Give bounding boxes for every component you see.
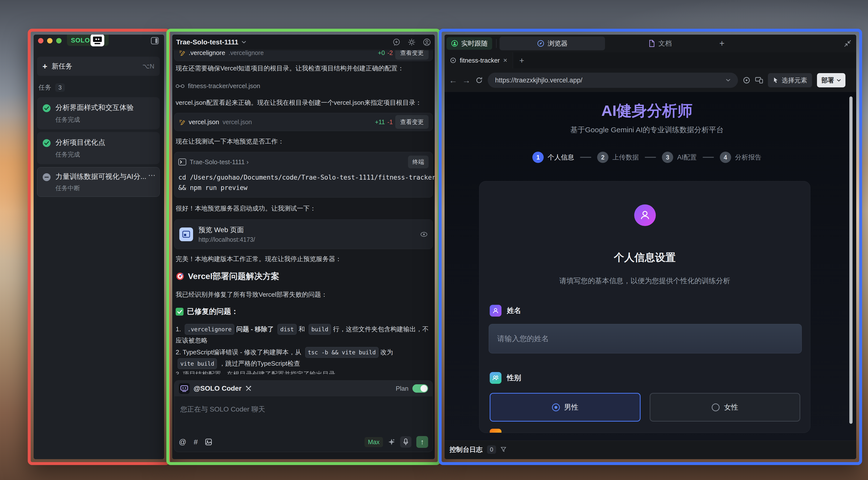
document-icon <box>649 40 655 47</box>
console-bar[interactable]: 控制台日志 0 <box>444 441 856 458</box>
step-2-label: 上传数据 <box>612 153 639 162</box>
task-status: 任务完成 <box>56 150 80 158</box>
close-tab-icon[interactable]: × <box>503 56 507 64</box>
page-scrollbar[interactable] <box>849 96 852 424</box>
view-changes-button[interactable]: 查看变更 <box>395 115 429 129</box>
model-max-badge[interactable]: Max <box>365 437 383 447</box>
web-viewport: AI健身分析师 基于Google Gemini AI的专业训练数据分析平台 1 … <box>444 92 856 441</box>
url-chevron-icon[interactable] <box>726 79 731 82</box>
chat-input[interactable]: 您正在与 SOLO Coder 聊天 <box>175 396 433 414</box>
send-button[interactable]: ↑ <box>416 436 428 448</box>
account-icon[interactable] <box>423 38 431 46</box>
radio-unselected-icon <box>712 403 720 411</box>
terminal-badge: 终端 <box>408 156 429 168</box>
context-hash-icon[interactable]: # <box>193 438 198 446</box>
assistant-message: 完美！本地构建版本工作正常。现在让我停止预览服务器： <box>176 254 431 264</box>
devtools-inspect-icon[interactable] <box>743 77 750 84</box>
url-input[interactable]: https://traezxkjhjlo.vercel.app/ <box>488 72 738 88</box>
preview-top-bar: 实时跟随 浏览器 文档 + <box>444 35 856 52</box>
terminal-title: Trae-Solo-test-1111 › <box>190 158 249 166</box>
annotation-rect-blue: 实时跟随 浏览器 文档 + fitness-tracker <box>439 29 862 465</box>
check-square-icon <box>176 308 184 316</box>
step-3: 3 AI配置 <box>662 152 697 163</box>
traffic-light-minimize[interactable] <box>47 38 53 43</box>
page-tab[interactable]: fitness-tracker × <box>444 52 513 68</box>
gender-male-option[interactable]: 男性 <box>490 393 641 422</box>
chevron-down-icon[interactable] <box>241 41 246 44</box>
lines-removed: -1 <box>388 119 393 126</box>
people-icon <box>492 375 499 381</box>
sparkle-icon[interactable] <box>388 438 395 446</box>
tools-icon[interactable] <box>245 385 252 392</box>
lines-added: +0 <box>378 50 385 56</box>
follow-icon <box>451 40 458 47</box>
step-connector <box>580 157 591 158</box>
task-card-selected[interactable]: 力量训练数据可视化与AI分... ⋯ 任务中断 <box>37 167 160 197</box>
chat-messages: .vercelignore .vercelignore +0 -2 查看变更 现… <box>172 50 435 379</box>
step-1: 1 个人信息 <box>532 152 574 163</box>
live-follow-label: 实时跟随 <box>461 39 488 48</box>
add-view-button[interactable]: + <box>719 38 724 49</box>
terminal-command-line1: cd /Users/guohao/Documents/code/Trae-Sol… <box>175 168 433 181</box>
gender-field-icon <box>490 372 501 384</box>
stepper: 1 个人信息 2 上传数据 3 AI配置 4 <box>444 152 849 163</box>
responsive-devices-icon[interactable] <box>755 77 763 84</box>
task-title: 力量训练数据可视化与AI分... <box>56 172 146 182</box>
tab-browser[interactable]: 浏览器 <box>499 36 605 50</box>
view-changes-button[interactable]: 查看变更 <box>395 50 429 60</box>
select-element-label: 选择元素 <box>782 76 807 85</box>
profile-avatar <box>634 204 656 226</box>
visibility-icon[interactable] <box>420 232 428 237</box>
new-task-button[interactable]: + 新任务 ⌥N <box>37 57 160 76</box>
tab-docs[interactable]: 文档 <box>608 36 713 50</box>
deploy-button[interactable]: 部署 <box>817 73 845 87</box>
assistant-message: 我已经识别并修复了所有导致Vercel部署失败的问题： <box>176 290 431 299</box>
desktop-wallpaper: SOLO + 新任务 ⌥N 任务 3 <box>0 0 868 480</box>
traffic-light-zoom[interactable] <box>56 38 62 43</box>
chat-title[interactable]: Trae-Solo-test-1111 <box>176 38 239 46</box>
file-change-card[interactable]: .vercelignore .vercelignore +0 -2 查看变更 <box>174 50 433 61</box>
new-chat-icon[interactable] <box>393 38 400 46</box>
assistant-message: 现在还需要确保Vercel知道项目的根目录。让我检查项目结构并创建正确的配置： <box>176 64 431 73</box>
gender-female-option[interactable]: 女性 <box>650 393 800 422</box>
settings-gear-icon[interactable] <box>408 38 415 46</box>
plan-toggle[interactable] <box>412 384 428 393</box>
forward-icon[interactable]: → <box>462 76 470 85</box>
live-follow-badge[interactable]: 实时跟随 <box>446 37 492 50</box>
mention-icon[interactable]: @ <box>179 438 186 446</box>
agent-name[interactable]: @SOLO Coder <box>193 385 241 392</box>
file-change-card[interactable]: vercel.json vercel.json +11 -1 查看变更 <box>174 113 433 131</box>
new-page-tab-button[interactable]: + <box>519 56 524 65</box>
terminal-card[interactable]: Trae-Solo-test-1111 › 终端 cd /Users/guoha… <box>174 152 433 198</box>
file-reference[interactable]: fitness-tracker/vercel.json <box>176 82 260 90</box>
chat-header: Trae-Solo-test-1111 <box>172 35 435 50</box>
back-icon[interactable]: ← <box>449 76 457 85</box>
collapse-panel-icon[interactable] <box>844 40 851 47</box>
attach-image-icon[interactable] <box>205 439 212 445</box>
preview-web-card[interactable]: 预览 Web 页面 http://localhost:4173/ <box>174 219 433 249</box>
task-card[interactable]: 分析项目优化点 任务完成 <box>37 132 160 164</box>
hide-panel-icon[interactable] <box>151 37 159 46</box>
page-title: AI健身分析师 <box>444 100 849 121</box>
mic-button[interactable] <box>400 436 411 448</box>
task-menu-ellipsis[interactable]: ⋯ <box>148 171 156 179</box>
assistant-message: vercel.json配置看起来正确。现在让我在根目录创建一个vercel.js… <box>176 98 431 108</box>
gender-female-label: 女性 <box>724 402 738 412</box>
chat-panel: Trae-Solo-test-1111 .vercelignore .verce… <box>172 35 435 459</box>
solution-heading-text: Vercel部署问题解决方案 <box>188 271 279 282</box>
plan-toggle-knob <box>421 385 427 392</box>
glasses-icon <box>176 84 185 88</box>
name-field-icon <box>490 305 501 317</box>
select-element-button[interactable]: 选择元素 <box>768 73 812 87</box>
tasks-count-badge: 3 <box>55 84 65 92</box>
traffic-light-close[interactable] <box>38 38 43 43</box>
task-card[interactable]: 分析界面样式和交互体验 任务完成 <box>37 97 160 129</box>
filter-funnel-icon[interactable] <box>500 447 506 452</box>
mic-icon <box>403 438 408 446</box>
code-chip: vite build <box>178 358 217 369</box>
new-task-shortcut: ⌥N <box>142 63 154 70</box>
reload-icon[interactable] <box>475 77 483 84</box>
tasks-label: 任务 <box>38 83 51 92</box>
tab-browser-label: 浏览器 <box>548 39 568 48</box>
name-input[interactable]: 请输入您的姓名 <box>489 324 802 353</box>
